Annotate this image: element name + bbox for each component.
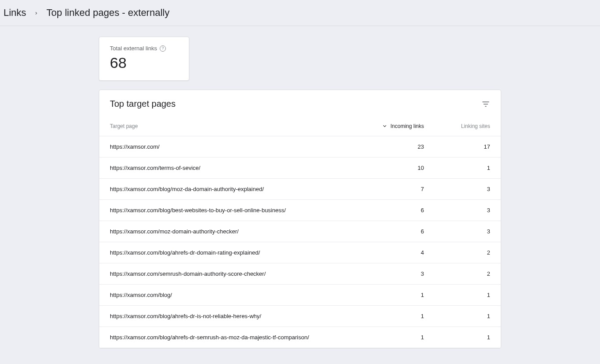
table-row[interactable]: https://xamsor.com/2317: [99, 136, 501, 158]
cell-target-page[interactable]: https://xamsor.com/blog/best-websites-to…: [110, 207, 349, 214]
summary-card: Total external links ? 68: [99, 37, 189, 81]
table-card: Top target pages Target page Incoming li…: [99, 90, 501, 349]
cell-linking-sites: 17: [424, 143, 490, 150]
cell-incoming-links: 3: [349, 270, 424, 277]
table-row[interactable]: https://xamsor.com/terms-of-sevice/101: [99, 158, 501, 179]
cell-linking-sites: 3: [424, 228, 490, 235]
breadcrumb: Links Top linked pages - externally: [0, 0, 600, 26]
cell-linking-sites: 2: [424, 249, 490, 256]
summary-label: Total external links ?: [110, 45, 178, 52]
cell-linking-sites: 1: [424, 292, 490, 298]
cell-target-page[interactable]: https://xamsor.com/blog/moz-da-domain-au…: [110, 186, 349, 192]
cell-target-page[interactable]: https://xamsor.com/moz-domain-authority-…: [110, 228, 349, 235]
summary-value: 68: [110, 54, 178, 71]
table-row[interactable]: https://xamsor.com/moz-domain-authority-…: [99, 221, 501, 242]
column-header-linking[interactable]: Linking sites: [424, 123, 490, 129]
table-header: Top target pages: [99, 90, 501, 116]
cell-linking-sites: 2: [424, 270, 490, 277]
filter-icon[interactable]: [481, 100, 490, 109]
table-row[interactable]: https://xamsor.com/semrush-domain-author…: [99, 263, 501, 285]
cell-target-page[interactable]: https://xamsor.com/terms-of-sevice/: [110, 165, 349, 171]
breadcrumb-links[interactable]: Links: [4, 7, 26, 19]
column-header-target[interactable]: Target page: [110, 123, 349, 129]
help-icon[interactable]: ?: [160, 45, 166, 52]
arrow-down-icon: [382, 122, 388, 130]
cell-incoming-links: 10: [349, 165, 424, 171]
table-title: Top target pages: [110, 99, 176, 109]
breadcrumb-current: Top linked pages - externally: [46, 7, 169, 19]
cell-incoming-links: 1: [349, 292, 424, 298]
column-header-incoming-label: Incoming links: [390, 123, 424, 129]
table-body: https://xamsor.com/2317https://xamsor.co…: [99, 136, 501, 348]
cell-target-page[interactable]: https://xamsor.com/blog/ahrefs-dr-is-not…: [110, 313, 349, 319]
cell-target-page[interactable]: https://xamsor.com/blog/ahrefs-dr-domain…: [110, 249, 349, 256]
cell-target-page[interactable]: https://xamsor.com/blog/: [110, 292, 349, 298]
cell-incoming-links: 6: [349, 228, 424, 235]
table-row[interactable]: https://xamsor.com/blog/ahrefs-dr-domain…: [99, 242, 501, 263]
cell-linking-sites: 3: [424, 207, 490, 214]
summary-label-text: Total external links: [110, 45, 157, 52]
cell-target-page[interactable]: https://xamsor.com/blog/ahrefs-dr-semrus…: [110, 334, 349, 341]
table-row[interactable]: https://xamsor.com/blog/11: [99, 285, 501, 306]
cell-incoming-links: 7: [349, 186, 424, 192]
cell-linking-sites: 1: [424, 313, 490, 319]
cell-incoming-links: 4: [349, 249, 424, 256]
table-row[interactable]: https://xamsor.com/blog/ahrefs-dr-semrus…: [99, 327, 501, 348]
cell-incoming-links: 23: [349, 143, 424, 150]
cell-incoming-links: 1: [349, 334, 424, 341]
table-row[interactable]: https://xamsor.com/blog/best-websites-to…: [99, 200, 501, 221]
cell-incoming-links: 1: [349, 313, 424, 319]
table-row[interactable]: https://xamsor.com/blog/ahrefs-dr-is-not…: [99, 306, 501, 327]
column-header-incoming[interactable]: Incoming links: [349, 122, 424, 130]
cell-linking-sites: 1: [424, 165, 490, 171]
cell-target-page[interactable]: https://xamsor.com/: [110, 143, 349, 150]
cell-incoming-links: 6: [349, 207, 424, 214]
table-row[interactable]: https://xamsor.com/blog/moz-da-domain-au…: [99, 179, 501, 200]
cell-linking-sites: 3: [424, 186, 490, 192]
cell-linking-sites: 1: [424, 334, 490, 341]
table-columns-row: Target page Incoming links Linking sites: [99, 116, 501, 136]
cell-target-page[interactable]: https://xamsor.com/semrush-domain-author…: [110, 270, 349, 277]
chevron-right-icon: [34, 8, 38, 18]
